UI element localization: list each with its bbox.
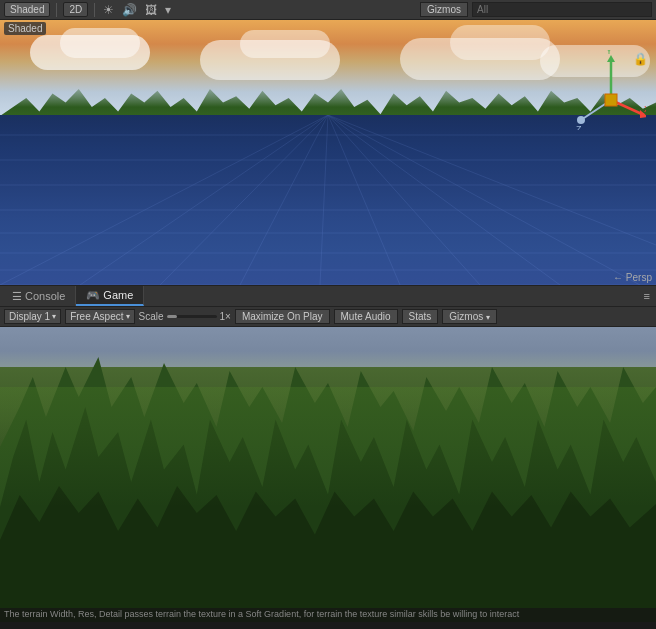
- tabs-bar: ☰ Console 🎮 Game ≡: [0, 285, 656, 307]
- display-dropdown-arrow: ▾: [52, 312, 56, 321]
- svg-point-25: [577, 116, 585, 124]
- scene-view: Y X Z 🔒 Shaded ← Persp: [0, 20, 656, 285]
- lock-icon[interactable]: 🔒: [633, 52, 648, 66]
- scene-shaded-label: Shaded: [4, 22, 46, 35]
- cloud-4: [240, 30, 330, 58]
- game-toolbar: Display 1 ▾ Free Aspect ▾ Scale 1× Maxim…: [0, 307, 656, 327]
- aspect-dropdown[interactable]: Free Aspect ▾: [65, 309, 134, 324]
- svg-line-17: [328, 115, 656, 245]
- status-bar: The terrain Width, Res, Detail passes te…: [0, 608, 656, 622]
- scene-toolbar: Shaded 2D ☀ 🔊 🖼 ▾ Gizmos: [0, 0, 656, 20]
- scale-container: Scale 1×: [139, 311, 231, 322]
- scene-grid: [0, 115, 656, 285]
- separator-2: [94, 3, 95, 17]
- audio-icon[interactable]: 🔊: [120, 3, 139, 17]
- svg-line-14: [328, 115, 480, 285]
- gizmos-btn[interactable]: Gizmos: [420, 2, 468, 17]
- cloud-2: [60, 28, 140, 58]
- layers-dropdown-icon[interactable]: ▾: [163, 3, 173, 17]
- aspect-dropdown-arrow: ▾: [126, 312, 130, 321]
- console-tab-label: Console: [25, 290, 65, 302]
- stats-btn[interactable]: Stats: [402, 309, 439, 324]
- status-text: The terrain Width, Res, Detail passes te…: [4, 609, 519, 619]
- game-tab-label: Game: [103, 289, 133, 301]
- shaded-btn[interactable]: Shaded: [4, 2, 50, 17]
- scale-label: Scale: [139, 311, 164, 322]
- game-view: The terrain Width, Res, Detail passes te…: [0, 327, 656, 622]
- display-label: Display 1: [9, 311, 50, 322]
- cloud-6: [450, 25, 550, 60]
- game-tab[interactable]: 🎮 Game: [76, 286, 144, 306]
- svg-text:Z: Z: [576, 124, 582, 130]
- 2d-btn[interactable]: 2D: [63, 2, 88, 17]
- maximize-btn[interactable]: Maximize On Play: [235, 309, 330, 324]
- scale-slider[interactable]: [167, 315, 217, 318]
- scale-value: 1×: [220, 311, 231, 322]
- svg-marker-19: [607, 55, 615, 62]
- gizmos-game-arrow: ▾: [486, 313, 490, 322]
- svg-line-13: [328, 115, 400, 285]
- svg-line-8: [0, 115, 328, 285]
- svg-line-9: [80, 115, 328, 285]
- svg-line-11: [240, 115, 328, 285]
- aspect-label: Free Aspect: [70, 311, 123, 322]
- persp-label: ← Persp: [613, 272, 652, 283]
- separator-1: [56, 3, 57, 17]
- svg-text:X: X: [644, 104, 646, 114]
- svg-text:Y: Y: [606, 50, 612, 56]
- image-icon[interactable]: 🖼: [143, 3, 159, 17]
- svg-line-12: [320, 115, 328, 285]
- gamepad-icon: 🎮: [86, 289, 100, 302]
- svg-line-15: [328, 115, 560, 285]
- gizmos-game-btn[interactable]: Gizmos ▾: [442, 309, 497, 324]
- svg-line-16: [328, 115, 640, 285]
- svg-line-10: [160, 115, 328, 285]
- search-input[interactable]: [472, 2, 652, 17]
- display-dropdown[interactable]: Display 1 ▾: [4, 309, 61, 324]
- mute-btn[interactable]: Mute Audio: [334, 309, 398, 324]
- scale-slider-fill: [167, 315, 177, 318]
- tabs-menu-btn[interactable]: ≡: [640, 290, 654, 302]
- svg-rect-27: [605, 94, 617, 106]
- console-tab[interactable]: ☰ Console: [2, 286, 76, 306]
- console-icon: ☰: [12, 290, 22, 303]
- sun-icon[interactable]: ☀: [101, 3, 116, 17]
